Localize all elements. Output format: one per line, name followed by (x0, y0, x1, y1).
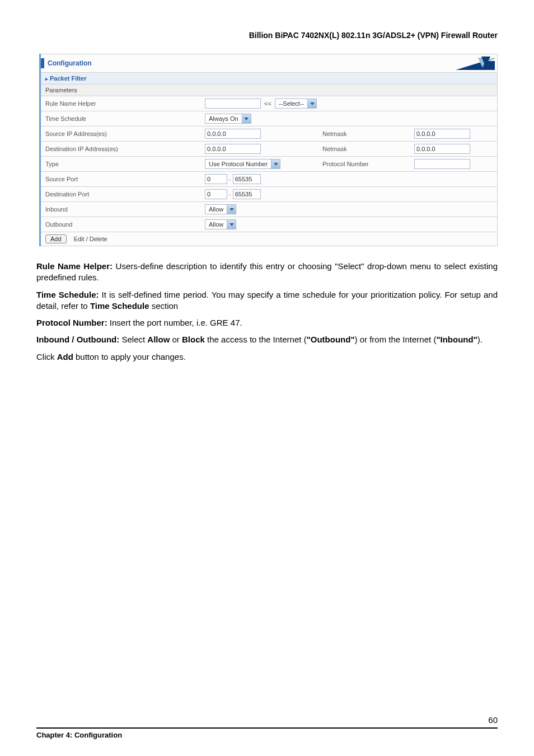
chevron-down-icon[interactable] (227, 205, 236, 214)
label-dest-ip: Destination IP Address(es) (45, 145, 205, 152)
row-source-port: Source Port - (41, 171, 498, 186)
add-button[interactable]: Add (45, 234, 67, 243)
header-accent (41, 58, 44, 68)
section-title: Packet Filter (50, 75, 86, 82)
source-port-from-input[interactable] (205, 174, 227, 184)
config-panel: Configuration ▸Packet Filter Parameters … (39, 54, 498, 246)
p5-t1: Click (36, 352, 57, 361)
label-rule-name: Rule Name Helper (45, 100, 205, 107)
p5-t2: button to apply your changes. (73, 352, 186, 361)
rule-name-input[interactable] (205, 98, 261, 109)
section-parameters: Parameters (41, 84, 498, 96)
p5-b: Add (57, 352, 73, 361)
chevron-down-icon[interactable] (271, 159, 280, 168)
p2-bold: Time Schedule (90, 301, 149, 311)
chapter-label: Chapter 4: Configuration (36, 731, 122, 739)
dest-netmask-input[interactable] (414, 144, 470, 154)
label-outbound: Outbound (45, 221, 205, 228)
outbound-select[interactable]: Allow (205, 219, 236, 229)
p4-t1: Select (119, 335, 147, 344)
type-select[interactable]: Use Protocol Number (205, 159, 280, 169)
row-rule-name: Rule Name Helper << --Select-- (41, 96, 498, 111)
label-protocol-number: Protocol Number (322, 161, 414, 167)
label-inbound: Inbound (45, 206, 205, 213)
panel-title: Configuration (48, 59, 92, 67)
panel-header: Configuration (41, 54, 498, 72)
row-outbound: Outbound Allow (41, 217, 498, 232)
label-source-ip: Source IP Address(es) (45, 130, 205, 137)
row-type: Type Use Protocol Number Protocol Number (41, 156, 498, 171)
row-buttons: Add Edit / Delete (41, 232, 498, 246)
source-ip-input[interactable] (205, 129, 261, 139)
p4-b1: Allow (147, 335, 170, 344)
row-dest-ip: Destination IP Address(es) Netmask (41, 141, 498, 156)
row-dest-port: Destination Port - (41, 186, 498, 201)
rule-name-arrow: << (263, 100, 273, 107)
brand-logo-icon (456, 57, 495, 70)
label-source-port: Source Port (45, 176, 205, 182)
row-inbound: Inbound Allow (41, 201, 498, 217)
page-number: 60 (488, 715, 498, 725)
dest-ip-input[interactable] (205, 144, 261, 154)
svg-marker-0 (456, 61, 495, 70)
triangle-icon: ▸ (45, 76, 48, 82)
label-type: Type (45, 161, 205, 167)
p4-b4: "Inbound" (436, 335, 477, 344)
page-footer: Chapter 4: Configuration (36, 727, 498, 739)
section-packet-filter: ▸Packet Filter (41, 72, 498, 84)
protocol-number-input[interactable] (414, 159, 470, 169)
source-port-to-input[interactable] (233, 174, 261, 184)
chevron-down-icon[interactable] (242, 114, 251, 123)
p2-label: Time Schedule: (36, 290, 99, 299)
doc-title: Billion BiPAC 7402NX(L) 802.11n 3G/ADSL2… (0, 0, 534, 54)
p4-t3: the access to the Internet ( (205, 335, 307, 344)
label-dest-netmask: Netmask (322, 145, 414, 152)
label-dest-port: Destination Port (45, 191, 205, 198)
row-source-ip: Source IP Address(es) Netmask (41, 126, 498, 141)
p4-label: Inbound / Outbound: (36, 335, 119, 344)
source-netmask-input[interactable] (414, 129, 470, 139)
rule-name-select[interactable]: --Select-- (275, 98, 317, 109)
p3-label: Protocol Number: (36, 318, 107, 327)
chevron-down-icon[interactable] (227, 220, 236, 229)
chevron-down-icon[interactable] (307, 99, 316, 108)
p1-label: Rule Name Helper: (36, 261, 113, 271)
label-time-schedule: Time Schedule (45, 115, 205, 122)
label-source-netmask: Netmask (322, 130, 414, 137)
row-time-schedule: Time Schedule Always On (41, 111, 498, 126)
p4-t2: or (170, 335, 182, 344)
inbound-select[interactable]: Allow (205, 204, 236, 214)
dest-port-from-input[interactable] (205, 189, 227, 199)
edit-delete-link[interactable]: Edit / Delete (68, 236, 107, 242)
dest-port-to-input[interactable] (233, 189, 261, 199)
p4-b2: Block (182, 335, 205, 344)
p3-text: Insert the port number, i.e. GRE 47. (107, 318, 242, 327)
p4-t4: ) or from the Internet ( (355, 335, 437, 344)
time-schedule-select[interactable]: Always On (205, 114, 251, 124)
p4-t5: ). (477, 335, 483, 344)
p2-text2: section (149, 301, 178, 311)
description-text: Rule Name Helper: Users-define descripti… (36, 261, 498, 363)
p4-b3: "Outbound" (307, 335, 355, 344)
